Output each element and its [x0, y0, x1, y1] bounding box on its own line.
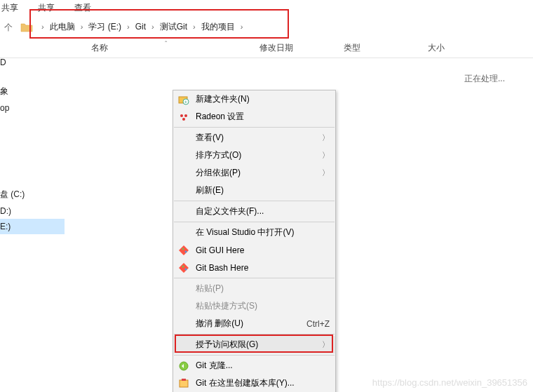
sidebar-item[interactable]: op: [0, 100, 65, 116]
menu-grant-access[interactable]: 授予访问权限(G) 〉: [173, 336, 335, 353]
menu-separator: [174, 278, 335, 278]
breadcrumb[interactable]: › 此电脑 › 学习 (E:) › Git › 测试Git › 我的项目 ›: [38, 21, 246, 33]
navigation-pane: D 象 op 盘 (C:) D:) E:): [0, 55, 65, 234]
menu-customize[interactable]: 自定义文件夹(F)...: [173, 203, 335, 220]
menu-label: 粘贴(P): [196, 283, 330, 295]
svg-point-7: [182, 248, 184, 250]
menu-git-bash[interactable]: Git Bash Here: [173, 259, 335, 276]
svg-rect-9: [179, 263, 189, 273]
chevron-right-icon[interactable]: ›: [38, 22, 48, 31]
menu-paste-shortcut: 粘贴快捷方式(S): [173, 297, 335, 315]
menu-git-create-repo[interactable]: Git 在这里创建版本库(Y)...: [173, 374, 335, 392]
chevron-right-icon[interactable]: ›: [148, 22, 158, 31]
sidebar-item[interactable]: 象: [0, 83, 65, 100]
svg-text:+: +: [184, 99, 188, 105]
menu-shortcut: Ctrl+Z: [306, 319, 330, 329]
address-bar-area: 个 › 此电脑 › 学习 (E:) › Git › 测试Git › 我的项目 ›: [0, 17, 533, 36]
crumb-myproject[interactable]: 我的项目: [199, 21, 237, 33]
menu-group[interactable]: 分组依据(P) 〉: [173, 164, 335, 182]
ribbon-tabs: 共享 共享 查看: [0, 0, 533, 17]
svg-point-3: [180, 114, 183, 117]
menu-label: Git 克隆...: [196, 360, 330, 372]
context-menu: + 新建文件夹(N) Radeon 设置 查看(V) 〉 排序方式(O) 〉 分…: [173, 90, 336, 392]
menu-label: Git 在这里创建版本库(Y)...: [196, 377, 330, 389]
header-name-label: 名称: [91, 43, 108, 53]
menu-undo-delete[interactable]: 撤消 删除(U) Ctrl+Z: [173, 315, 335, 332]
tab-page[interactable]: 共享: [1, 2, 18, 14]
svg-point-4: [184, 114, 187, 117]
menu-label: Git GUI Here: [196, 245, 330, 255]
menu-view[interactable]: 查看(V) 〉: [173, 129, 335, 147]
menu-separator: [174, 201, 335, 201]
crumb-thispc[interactable]: 此电脑: [48, 21, 77, 33]
menu-separator: [174, 127, 335, 128]
menu-git-gui[interactable]: Git GUI Here: [173, 241, 335, 259]
menu-paste: 粘贴(P): [173, 280, 335, 297]
menu-label: 撤消 删除(U): [196, 318, 306, 330]
watermark: https://blog.csdn.net/weixin_39651356: [372, 377, 527, 388]
sidebar-item[interactable]: 盘 (C:): [0, 186, 65, 203]
menu-label: 查看(V): [196, 132, 322, 144]
git-icon: [177, 244, 190, 257]
tab-share[interactable]: 共享: [38, 2, 55, 14]
chevron-right-icon[interactable]: ›: [237, 22, 247, 31]
radeon-icon: [177, 111, 190, 123]
menu-separator: [174, 222, 335, 222]
chevron-right-icon: 〉: [322, 339, 330, 350]
svg-point-8: [185, 250, 187, 252]
crumb-testgit[interactable]: 测试Git: [158, 21, 189, 33]
chevron-right-icon[interactable]: ›: [189, 22, 199, 31]
sort-indicator-icon: ˆ: [165, 41, 167, 48]
git-icon: [177, 262, 190, 274]
svg-rect-6: [179, 245, 189, 255]
menu-git-clone[interactable]: Git 克隆...: [173, 357, 335, 374]
menu-sort[interactable]: 排序方式(O) 〉: [173, 147, 335, 164]
menu-label: 粘贴快捷方式(S): [196, 300, 330, 312]
sidebar-item[interactable]: D: [0, 55, 65, 70]
svg-point-10: [182, 265, 184, 267]
chevron-right-icon: 〉: [322, 133, 330, 143]
menu-label: 授予访问权限(G): [196, 339, 322, 351]
header-type[interactable]: 类型: [337, 42, 421, 54]
nav-up-icon[interactable]: 个: [4, 22, 14, 32]
menu-label: 分组依据(P): [196, 167, 322, 179]
new-folder-icon: +: [177, 93, 190, 106]
svg-rect-14: [182, 379, 186, 381]
column-headers: 名称 ˆ 修改日期 类型 大小: [0, 39, 533, 58]
git-clone-icon: [177, 360, 190, 372]
status-processing: 正在处理...: [464, 73, 505, 85]
header-modified[interactable]: 修改日期: [252, 42, 337, 54]
crumb-drive[interactable]: 学习 (E:): [86, 21, 123, 33]
menu-open-vs[interactable]: 在 Visual Studio 中打开(V): [173, 224, 335, 241]
menu-radeon[interactable]: Radeon 设置: [173, 108, 335, 126]
address-bar[interactable]: 个 › 此电脑 › 学习 (E:) › Git › 测试Git › 我的项目 ›: [0, 17, 533, 36]
tab-view[interactable]: 查看: [74, 2, 91, 14]
menu-new-folder[interactable]: + 新建文件夹(N): [173, 90, 335, 108]
svg-rect-13: [180, 380, 188, 387]
menu-label: Radeon 设置: [196, 111, 330, 123]
svg-point-11: [185, 268, 187, 270]
menu-separator: [174, 355, 335, 356]
chevron-right-icon: 〉: [322, 168, 330, 178]
menu-label: 自定义文件夹(F)...: [196, 205, 330, 217]
chevron-right-icon: 〉: [322, 150, 330, 161]
menu-label: 刷新(E): [196, 184, 330, 196]
chevron-right-icon[interactable]: ›: [123, 22, 133, 31]
menu-label: 在 Visual Studio 中打开(V): [196, 227, 330, 238]
folder-icon: [20, 22, 33, 32]
header-size[interactable]: 大小: [421, 42, 477, 54]
sidebar-item[interactable]: D:): [0, 203, 65, 219]
menu-separator: [174, 334, 335, 334]
menu-label: Git Bash Here: [196, 263, 330, 273]
git-repo-icon: [177, 377, 190, 390]
sidebar-item-selected[interactable]: E:): [0, 219, 65, 234]
chevron-right-icon[interactable]: ›: [77, 22, 87, 31]
menu-refresh[interactable]: 刷新(E): [173, 182, 335, 199]
menu-label: 新建文件夹(N): [196, 93, 330, 105]
svg-point-5: [182, 118, 185, 121]
crumb-git[interactable]: Git: [133, 22, 148, 32]
header-name[interactable]: 名称 ˆ: [84, 42, 252, 54]
menu-label: 排序方式(O): [196, 149, 322, 161]
